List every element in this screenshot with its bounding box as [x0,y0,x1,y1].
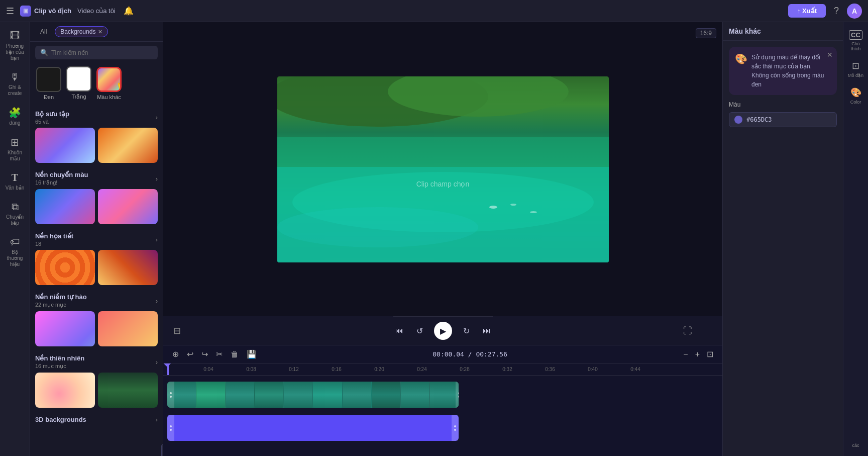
play-button[interactable]: ▶ [434,322,452,340]
skip-back-button[interactable]: ⏮ [393,324,405,337]
more-label: các [852,443,859,448]
sidebar-item-record[interactable]: 🎙 Ghi & create [2,67,28,101]
chevron-nature: › [156,358,158,366]
color-swatch-custom: 🤚 [96,67,122,92]
app-icon: 🧩 [9,107,21,119]
menu-icon[interactable]: ☰ [6,6,14,17]
segment-10 [430,382,459,408]
text-label: Văn bản [6,185,25,191]
section-nature[interactable]: Nền thiên nhiên 16 mục mục › [35,349,158,373]
clip-icon[interactable]: ⊟ [173,325,181,336]
right-item-mode[interactable]: ⊡ Mô đặn [845,57,867,81]
project-name[interactable]: Video của tôi [77,7,116,15]
app-name: Clip vô địch [34,7,71,15]
color-picker-display[interactable]: #665DC3 [729,112,837,127]
timeline-ruler: 0:04 0:08 0:12 0:16 0:20 0:24 0:28 0:32 … [163,363,722,376]
tooltip-bubble: 🎨 Sử dụng màu để thay đổi sắc thái mục c… [729,47,837,95]
svg-point-8 [530,211,537,213]
thumb-nature-1[interactable] [35,373,95,408]
color-swatch-white [66,66,91,92]
redo-button[interactable]: ↪ [199,348,210,360]
right-item-cc[interactable]: CC Chú thích [845,27,867,54]
sidebar-item-app[interactable]: 🧩 dùng [2,103,28,130]
thumb-gradient-2[interactable] [98,189,158,224]
nature-thumbs [35,373,158,408]
section-nature-title: Nền thiên nhiên [35,354,84,362]
section-gradient[interactable]: Nền chuyển màu 16 trắng! › [35,166,158,189]
ruler-tick-032: 0:32 [502,367,512,372]
color-option-black[interactable]: Đen [36,67,61,100]
color-option-white[interactable]: Trắng [66,66,91,100]
ruler-tick-004: 0:04 [203,367,213,372]
delete-button[interactable]: 🗑 [229,349,241,360]
ruler-tick-012: 0:12 [289,367,298,372]
template-icon: ⊞ [11,136,19,148]
color-swatch-black [36,67,61,92]
audio-left-handle[interactable] [167,415,174,441]
ruler-tick-028: 0:28 [460,367,469,372]
audio-handle-dot-4 [454,429,456,431]
right-item-more[interactable]: các [845,440,867,451]
audio-clip[interactable] [167,415,459,441]
sidebar-item-text[interactable]: T Văn bản [2,168,28,195]
center-area: 16:9 [163,22,722,456]
ruler-tick-016: 0:16 [332,367,341,372]
sidebar-item-transition[interactable]: ⧉ Chuyển tiếp [2,197,28,230]
video-preview: Clip champ chọn [277,76,609,262]
forward-button[interactable]: ↻ [461,324,472,338]
app-label: dùng [9,120,20,126]
zoom-in-button[interactable]: + [693,349,702,360]
section-gradient-title: Nền chuyển màu [35,171,88,178]
cut-button[interactable]: ✂ [214,348,225,360]
thumb-gradient-1[interactable] [35,189,95,224]
skip-forward-button[interactable]: ⏭ [481,324,493,337]
section-pattern-title: Nền họa tiết [35,232,73,240]
section-pride[interactable]: Nền niềm tự hào 22 mục mục › [35,288,158,311]
search-input[interactable] [51,49,153,56]
fit-timeline-button[interactable]: ⊡ [705,348,715,360]
section-collection[interactable]: Bộ sưu tập 65 và › [35,105,158,128]
thumb-pride-2[interactable] [98,311,158,346]
record-icon: 🎙 [10,71,20,83]
undo-button[interactable]: ↩ [185,348,195,360]
mode-icon: ⊡ [852,60,859,71]
section-pattern[interactable]: Nền họa tiết 18 › [35,227,158,250]
section-collection-title: Bộ sưu tập [35,110,69,118]
export-button[interactable]: ↑ Xuất [788,4,826,18]
tooltip-text: Sử dụng màu để thay đổi sắc thái mục của… [751,53,831,89]
time-display: 00:00.04 / 00:27.56 [263,350,677,358]
audio-right-handle[interactable] [452,415,459,441]
clip-left-handle[interactable] [167,382,174,408]
thumb-pattern-1[interactable] [35,250,95,285]
thumb-pride-1[interactable] [35,311,95,346]
tab-backgrounds-close[interactable]: ✕ [98,29,102,35]
avatar[interactable]: A [847,4,862,19]
tab-backgrounds[interactable]: Backgrounds ✕ [55,26,108,37]
tooltip-close-button[interactable]: ✕ [827,51,833,59]
rewind-button[interactable]: ↺ [414,324,425,338]
color-option-custom[interactable]: 🤚 Màu khác [96,67,122,100]
thumb-collection-1[interactable] [35,128,95,163]
video-clip[interactable] [167,382,459,408]
sidebar-item-template[interactable]: ⊞ Khuôn mẫu [2,132,28,166]
zoom-out-button[interactable]: − [681,349,690,360]
thumb-collection-2[interactable] [98,128,158,163]
thumb-pattern-2[interactable] [98,250,158,285]
sidebar-item-brand[interactable]: 🏷 Bộ thương hiệu [2,232,28,271]
thumb-nature-2[interactable] [98,373,158,408]
tab-all[interactable]: All [35,26,52,37]
sidebar-item-media[interactable]: 🎞 Phương tiện của bạn [2,26,28,65]
save-clip-button[interactable]: 💾 [245,348,259,360]
ruler-tick-024: 0:24 [417,367,426,372]
notification-icon[interactable]: 🔔 [124,6,134,16]
handle-dot-1 [170,392,172,394]
panel-content: Bộ sưu tập 65 và › Nền chuyển màu 16 trắ… [30,105,163,456]
right-item-color[interactable]: 🎨 Color [845,84,867,108]
fullscreen-button[interactable]: ⛶ [683,326,692,336]
clip-right-handle[interactable] [456,382,459,408]
section-3d[interactable]: 3D backgrounds › [35,411,158,426]
cc-label: Chú thích [847,41,865,51]
help-button[interactable]: ? [832,4,841,18]
magnet-button[interactable]: ⊕ [170,348,181,360]
brand-label: Bộ thương hiệu [5,249,25,267]
